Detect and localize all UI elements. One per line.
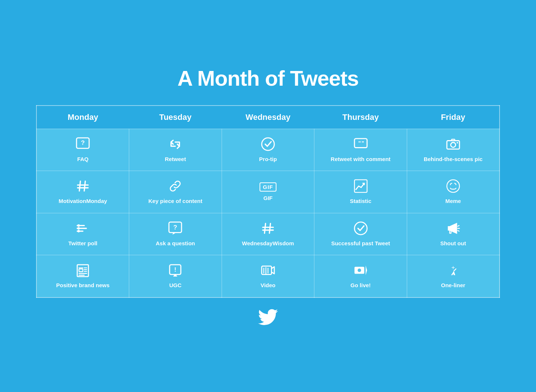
cell-content-4-3: Video <box>226 263 311 289</box>
svg-line-24 <box>269 223 271 233</box>
news-icon <box>76 263 90 279</box>
cell-label-3-4: Successful past Tweet <box>331 240 390 247</box>
header-row: Monday Tuesday Wednesday Thursday Friday <box>36 106 500 129</box>
cell-content-3-5: Shout out <box>411 221 496 247</box>
cell-4-1: Positive brand news <box>36 255 129 297</box>
cell-label-3-2: Ask a question <box>156 240 195 247</box>
megaphone-icon <box>446 221 460 237</box>
cell-content-4-4: Go live! <box>318 263 403 289</box>
cell-2-2: Key piece of content <box>129 171 222 213</box>
cell-content-4-1: Positive brand news <box>40 263 125 289</box>
svg-point-2 <box>262 138 274 150</box>
svg-text:?: ? <box>173 224 177 231</box>
svg-point-27 <box>354 222 367 234</box>
cell-label-3-3: WednesdayWisdom <box>242 240 294 247</box>
calendar-row-1: ? FAQ Retweet Pro-tip " " Retweet with c… <box>36 129 500 171</box>
retweet-comment-icon: " " <box>354 137 368 153</box>
cell-label-2-5: Meme <box>445 197 461 205</box>
question-icon: ? <box>168 221 182 237</box>
cell-4-2: ! UGC <box>129 255 222 297</box>
svg-point-8 <box>456 142 458 143</box>
twitter-bird-icon <box>258 309 278 325</box>
cell-label-4-5: One-liner <box>441 282 465 289</box>
cell-2-1: MotivationMonday <box>36 171 129 213</box>
cell-content-4-2: ! UGC <box>133 263 218 289</box>
cell-content-2-1: MotivationMonday <box>40 179 125 205</box>
svg-point-17 <box>77 224 80 227</box>
cell-label-1-5: Behind-the-scenes pic <box>424 156 483 163</box>
svg-line-10 <box>84 181 85 191</box>
cell-2-5: Meme <box>407 171 500 213</box>
calendar-row-2: MotivationMonday Key piece of contentGIF… <box>36 171 500 213</box>
link-icon <box>168 179 182 195</box>
svg-line-9 <box>80 181 81 191</box>
cell-1-4: " " Retweet with comment <box>314 129 407 171</box>
cell-content-1-5: Behind-the-scenes pic <box>411 137 496 163</box>
cell-content-3-1: Twitter poll <box>40 221 125 247</box>
cell-content-1-1: ? FAQ <box>40 137 125 163</box>
calendar-row-4: Positive brand news ! UGC Video Go live!… <box>36 255 500 297</box>
faq-icon: ? <box>76 137 90 153</box>
cell-label-2-4: Statistic <box>350 197 371 205</box>
cell-label-4-1: Positive brand news <box>56 282 110 289</box>
cell-4-3: Video <box>222 255 314 297</box>
meme-icon <box>446 179 460 195</box>
cell-label-2-2: Key piece of content <box>148 197 202 205</box>
svg-rect-42 <box>262 266 272 275</box>
cell-label-2-1: MotivationMonday <box>59 197 107 205</box>
cell-content-2-3: GIFGIF <box>226 182 311 202</box>
cell-4-5: + One-liner <box>407 255 500 297</box>
svg-point-48 <box>357 268 361 272</box>
svg-line-28 <box>458 225 459 226</box>
svg-marker-47 <box>366 266 367 275</box>
cell-content-1-4: " " Retweet with comment <box>318 137 403 163</box>
camera-icon <box>446 137 460 153</box>
cell-content-2-2: Key piece of content <box>133 179 218 205</box>
cell-label-1-3: Pro-tip <box>259 156 277 163</box>
cell-4-4: Go live! <box>314 255 407 297</box>
ugc-icon: ! <box>168 263 182 279</box>
cell-3-5: Shout out <box>407 213 500 255</box>
cell-content-3-2: ? Ask a question <box>133 221 218 247</box>
gif-box-icon: GIF <box>260 182 276 192</box>
twitter-footer <box>258 309 278 327</box>
cell-1-3: Pro-tip <box>222 129 314 171</box>
cell-content-3-3: WednesdayWisdom <box>226 221 311 247</box>
svg-text:?: ? <box>81 139 85 146</box>
gif-icon: GIF <box>260 182 276 192</box>
cell-3-4: Successful past Tweet <box>314 213 407 255</box>
col-thursday: Thursday <box>314 106 407 129</box>
svg-rect-13 <box>354 180 367 192</box>
calendar-row-3: Twitter poll ? Ask a question WednesdayW… <box>36 213 500 255</box>
cell-label-3-1: Twitter poll <box>68 240 98 247</box>
hashtag2-icon <box>261 221 275 237</box>
cell-3-2: ? Ask a question <box>129 213 222 255</box>
oneliner-icon: + <box>446 263 460 279</box>
protip-icon <box>261 137 275 153</box>
poll-icon <box>76 221 90 237</box>
cell-1-5: Behind-the-scenes pic <box>407 129 500 171</box>
svg-text:": " <box>361 139 364 146</box>
col-wednesday: Wednesday <box>222 106 314 129</box>
cell-label-4-3: Video <box>261 282 276 289</box>
video-icon <box>261 263 275 279</box>
live-icon <box>354 263 368 279</box>
cell-content-4-5: + One-liner <box>411 263 496 289</box>
check-icon <box>354 221 368 237</box>
calendar-table: Monday Tuesday Wednesday Thursday Friday… <box>36 105 500 298</box>
svg-point-7 <box>451 142 455 147</box>
svg-text:!: ! <box>174 266 177 273</box>
cell-1-1: ? FAQ <box>36 129 129 171</box>
cell-content-1-3: Pro-tip <box>226 137 311 163</box>
cell-label-1-1: FAQ <box>77 156 89 163</box>
svg-point-19 <box>77 230 80 232</box>
cell-2-4: Statistic <box>314 171 407 213</box>
cell-label-4-2: UGC <box>169 282 181 289</box>
svg-line-30 <box>458 230 459 231</box>
col-monday: Monday <box>36 106 129 129</box>
cell-label-4-4: Go live! <box>350 282 371 289</box>
svg-rect-33 <box>79 269 83 272</box>
svg-line-23 <box>264 223 265 233</box>
cell-3-3: WednesdayWisdom <box>222 213 314 255</box>
cell-3-1: Twitter poll <box>36 213 129 255</box>
